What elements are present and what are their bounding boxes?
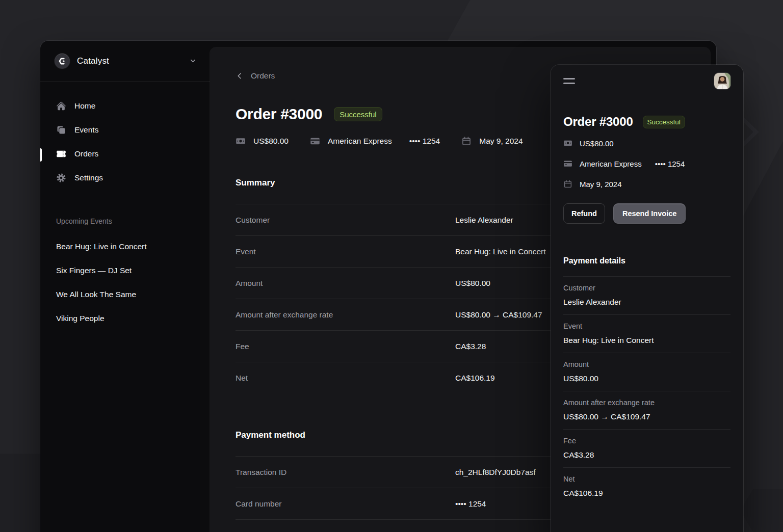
credit-card-icon xyxy=(310,136,320,146)
payment-details-list: Customer Leslie Alexander Event Bear Hug… xyxy=(563,276,730,506)
calendar-icon xyxy=(461,136,472,146)
breadcrumb-label: Orders xyxy=(251,71,275,81)
background-hexagon-decoration xyxy=(740,489,783,532)
order-amount: US$80.00 xyxy=(253,137,289,146)
sidebar-header: Catalyst xyxy=(40,41,210,82)
list-item: Amount after exchange rate US$80.00 → CA… xyxy=(563,391,730,429)
refund-button[interactable]: Refund xyxy=(563,203,605,224)
sidebar-item-home[interactable]: Home xyxy=(47,97,203,115)
sidebar-event-item[interactable]: Viking People xyxy=(47,309,203,328)
list-item: Event Bear Hug: Live in Concert xyxy=(563,314,730,353)
home-icon xyxy=(56,101,66,111)
credit-card-icon xyxy=(563,159,572,168)
order-date: May 9, 2024 xyxy=(479,137,523,146)
list-item: Net CA$106.19 xyxy=(563,467,730,506)
sidebar-item-label: Home xyxy=(74,101,95,111)
sidebar: Catalyst Home xyxy=(40,41,210,532)
events-icon xyxy=(56,125,66,135)
workspace-dropdown-trigger[interactable] xyxy=(189,57,197,65)
banknote-icon xyxy=(563,139,572,148)
panel-date: May 9, 2024 xyxy=(580,180,622,189)
sidebar-event-item[interactable]: Bear Hug: Live in Concert xyxy=(47,237,203,256)
sidebar-event-item[interactable]: We All Look The Same xyxy=(47,285,203,304)
sidebar-event-item[interactable]: Six Fingers — DJ Set xyxy=(47,261,203,280)
catalyst-logo-icon xyxy=(55,54,70,69)
sidebar-item-label: Settings xyxy=(74,173,103,182)
menu-icon[interactable] xyxy=(563,74,577,88)
sidebar-item-orders[interactable]: Orders xyxy=(47,145,203,163)
avatar[interactable] xyxy=(714,73,730,89)
list-item: Amount US$80.00 xyxy=(563,353,730,391)
brand-name: Catalyst xyxy=(77,56,109,66)
card-last4: •••• 1254 xyxy=(409,137,440,146)
banknote-icon xyxy=(236,136,246,146)
chevron-down-icon xyxy=(189,57,197,65)
panel-amount: US$80.00 xyxy=(580,139,614,148)
panel-order-meta: US$80.00 American Express •••• 1254 xyxy=(563,133,730,194)
panel-card-last4: •••• 1254 xyxy=(655,159,685,168)
calendar-icon xyxy=(563,179,572,189)
sidebar-item-label: Orders xyxy=(74,149,98,158)
panel-card-brand: American Express xyxy=(580,159,642,168)
panel-status-badge: Successful xyxy=(643,116,685,128)
panel-order-title: Order #3000 xyxy=(563,115,633,129)
sidebar-item-settings[interactable]: Settings xyxy=(47,169,203,187)
payment-details-heading: Payment details xyxy=(563,256,730,265)
upcoming-events-section: Upcoming Events Bear Hug: Live in Concer… xyxy=(40,193,210,328)
sidebar-nav: Home Events Orders xyxy=(40,82,210,187)
settings-gear-icon xyxy=(56,173,66,183)
orders-ticket-icon xyxy=(56,149,66,159)
chevron-left-icon xyxy=(236,72,244,80)
status-badge: Successful xyxy=(334,108,382,121)
mobile-order-panel: Order #3000 Successful US$80.00 xyxy=(551,65,743,532)
sidebar-item-events[interactable]: Events xyxy=(47,121,203,139)
resend-invoice-button[interactable]: Resend Invoice xyxy=(613,203,686,224)
upcoming-events-heading: Upcoming Events xyxy=(47,217,203,225)
active-nav-indicator xyxy=(40,148,42,162)
sidebar-item-label: Events xyxy=(74,125,98,135)
card-brand: American Express xyxy=(328,137,392,146)
list-item: Customer Leslie Alexander xyxy=(563,276,730,314)
page-title: Order #3000 xyxy=(236,105,322,123)
list-item: Fee CA$3.28 xyxy=(563,429,730,467)
